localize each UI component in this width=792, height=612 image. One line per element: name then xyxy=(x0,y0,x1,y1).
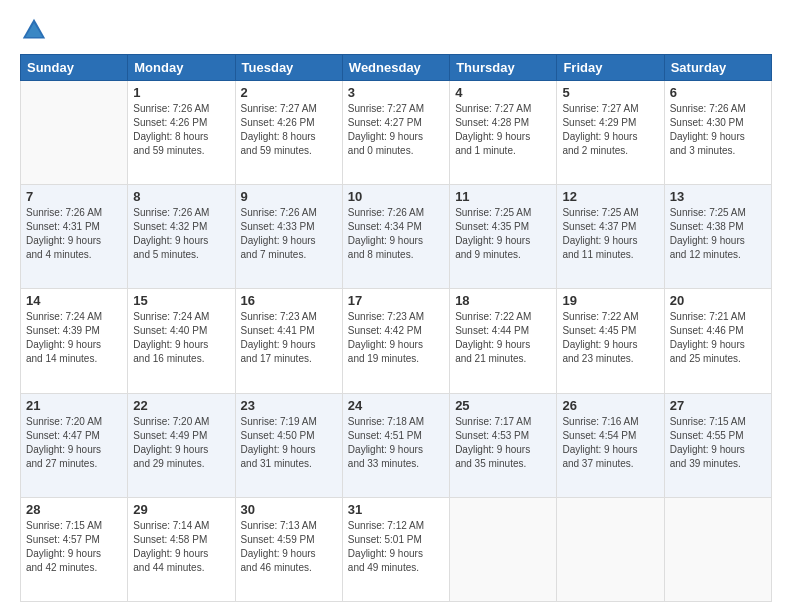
calendar-day-cell: 14Sunrise: 7:24 AMSunset: 4:39 PMDayligh… xyxy=(21,289,128,393)
day-number: 6 xyxy=(670,85,766,100)
calendar-day-cell: 18Sunrise: 7:22 AMSunset: 4:44 PMDayligh… xyxy=(450,289,557,393)
day-number: 24 xyxy=(348,398,444,413)
calendar-day-cell: 30Sunrise: 7:13 AMSunset: 4:59 PMDayligh… xyxy=(235,497,342,601)
day-info: Sunrise: 7:21 AMSunset: 4:46 PMDaylight:… xyxy=(670,310,766,366)
calendar-day-cell: 31Sunrise: 7:12 AMSunset: 5:01 PMDayligh… xyxy=(342,497,449,601)
calendar-day-cell: 26Sunrise: 7:16 AMSunset: 4:54 PMDayligh… xyxy=(557,393,664,497)
day-info: Sunrise: 7:26 AMSunset: 4:26 PMDaylight:… xyxy=(133,102,229,158)
day-number: 12 xyxy=(562,189,658,204)
day-info: Sunrise: 7:22 AMSunset: 4:44 PMDaylight:… xyxy=(455,310,551,366)
calendar-day-cell: 9Sunrise: 7:26 AMSunset: 4:33 PMDaylight… xyxy=(235,185,342,289)
day-info: Sunrise: 7:23 AMSunset: 4:41 PMDaylight:… xyxy=(241,310,337,366)
weekday-header-tuesday: Tuesday xyxy=(235,55,342,81)
day-info: Sunrise: 7:12 AMSunset: 5:01 PMDaylight:… xyxy=(348,519,444,575)
day-number: 30 xyxy=(241,502,337,517)
weekday-header-saturday: Saturday xyxy=(664,55,771,81)
day-info: Sunrise: 7:17 AMSunset: 4:53 PMDaylight:… xyxy=(455,415,551,471)
day-number: 9 xyxy=(241,189,337,204)
header xyxy=(20,16,772,44)
calendar-day-cell: 5Sunrise: 7:27 AMSunset: 4:29 PMDaylight… xyxy=(557,81,664,185)
calendar-day-cell: 10Sunrise: 7:26 AMSunset: 4:34 PMDayligh… xyxy=(342,185,449,289)
day-number: 2 xyxy=(241,85,337,100)
weekday-header-row: SundayMondayTuesdayWednesdayThursdayFrid… xyxy=(21,55,772,81)
day-number: 20 xyxy=(670,293,766,308)
logo xyxy=(20,16,52,44)
day-number: 19 xyxy=(562,293,658,308)
day-number: 4 xyxy=(455,85,551,100)
calendar-day-cell: 11Sunrise: 7:25 AMSunset: 4:35 PMDayligh… xyxy=(450,185,557,289)
day-info: Sunrise: 7:27 AMSunset: 4:28 PMDaylight:… xyxy=(455,102,551,158)
day-info: Sunrise: 7:14 AMSunset: 4:58 PMDaylight:… xyxy=(133,519,229,575)
calendar-week-row: 7Sunrise: 7:26 AMSunset: 4:31 PMDaylight… xyxy=(21,185,772,289)
day-number: 25 xyxy=(455,398,551,413)
calendar-week-row: 21Sunrise: 7:20 AMSunset: 4:47 PMDayligh… xyxy=(21,393,772,497)
calendar-day-cell: 29Sunrise: 7:14 AMSunset: 4:58 PMDayligh… xyxy=(128,497,235,601)
day-info: Sunrise: 7:26 AMSunset: 4:33 PMDaylight:… xyxy=(241,206,337,262)
day-number: 21 xyxy=(26,398,122,413)
calendar-day-cell: 21Sunrise: 7:20 AMSunset: 4:47 PMDayligh… xyxy=(21,393,128,497)
day-number: 11 xyxy=(455,189,551,204)
day-info: Sunrise: 7:18 AMSunset: 4:51 PMDaylight:… xyxy=(348,415,444,471)
weekday-header-sunday: Sunday xyxy=(21,55,128,81)
calendar-day-cell: 24Sunrise: 7:18 AMSunset: 4:51 PMDayligh… xyxy=(342,393,449,497)
calendar-day-cell: 15Sunrise: 7:24 AMSunset: 4:40 PMDayligh… xyxy=(128,289,235,393)
calendar-day-cell: 19Sunrise: 7:22 AMSunset: 4:45 PMDayligh… xyxy=(557,289,664,393)
calendar-day-cell: 17Sunrise: 7:23 AMSunset: 4:42 PMDayligh… xyxy=(342,289,449,393)
day-info: Sunrise: 7:20 AMSunset: 4:47 PMDaylight:… xyxy=(26,415,122,471)
calendar-day-cell: 27Sunrise: 7:15 AMSunset: 4:55 PMDayligh… xyxy=(664,393,771,497)
day-info: Sunrise: 7:19 AMSunset: 4:50 PMDaylight:… xyxy=(241,415,337,471)
day-number: 7 xyxy=(26,189,122,204)
calendar-day-cell: 28Sunrise: 7:15 AMSunset: 4:57 PMDayligh… xyxy=(21,497,128,601)
day-number: 14 xyxy=(26,293,122,308)
day-number: 1 xyxy=(133,85,229,100)
day-number: 28 xyxy=(26,502,122,517)
weekday-header-monday: Monday xyxy=(128,55,235,81)
day-info: Sunrise: 7:26 AMSunset: 4:32 PMDaylight:… xyxy=(133,206,229,262)
calendar-week-row: 14Sunrise: 7:24 AMSunset: 4:39 PMDayligh… xyxy=(21,289,772,393)
weekday-header-thursday: Thursday xyxy=(450,55,557,81)
day-info: Sunrise: 7:24 AMSunset: 4:40 PMDaylight:… xyxy=(133,310,229,366)
calendar-day-cell xyxy=(21,81,128,185)
calendar-week-row: 1Sunrise: 7:26 AMSunset: 4:26 PMDaylight… xyxy=(21,81,772,185)
calendar-day-cell: 25Sunrise: 7:17 AMSunset: 4:53 PMDayligh… xyxy=(450,393,557,497)
day-info: Sunrise: 7:22 AMSunset: 4:45 PMDaylight:… xyxy=(562,310,658,366)
day-info: Sunrise: 7:26 AMSunset: 4:34 PMDaylight:… xyxy=(348,206,444,262)
day-info: Sunrise: 7:25 AMSunset: 4:35 PMDaylight:… xyxy=(455,206,551,262)
day-number: 17 xyxy=(348,293,444,308)
day-info: Sunrise: 7:25 AMSunset: 4:37 PMDaylight:… xyxy=(562,206,658,262)
day-number: 10 xyxy=(348,189,444,204)
day-number: 16 xyxy=(241,293,337,308)
logo-icon xyxy=(20,16,48,44)
day-info: Sunrise: 7:15 AMSunset: 4:55 PMDaylight:… xyxy=(670,415,766,471)
day-number: 18 xyxy=(455,293,551,308)
day-info: Sunrise: 7:16 AMSunset: 4:54 PMDaylight:… xyxy=(562,415,658,471)
calendar-day-cell: 4Sunrise: 7:27 AMSunset: 4:28 PMDaylight… xyxy=(450,81,557,185)
day-info: Sunrise: 7:25 AMSunset: 4:38 PMDaylight:… xyxy=(670,206,766,262)
calendar-week-row: 28Sunrise: 7:15 AMSunset: 4:57 PMDayligh… xyxy=(21,497,772,601)
weekday-header-friday: Friday xyxy=(557,55,664,81)
day-number: 27 xyxy=(670,398,766,413)
day-info: Sunrise: 7:27 AMSunset: 4:29 PMDaylight:… xyxy=(562,102,658,158)
day-info: Sunrise: 7:24 AMSunset: 4:39 PMDaylight:… xyxy=(26,310,122,366)
day-number: 29 xyxy=(133,502,229,517)
calendar-day-cell: 16Sunrise: 7:23 AMSunset: 4:41 PMDayligh… xyxy=(235,289,342,393)
calendar-day-cell: 3Sunrise: 7:27 AMSunset: 4:27 PMDaylight… xyxy=(342,81,449,185)
day-info: Sunrise: 7:27 AMSunset: 4:27 PMDaylight:… xyxy=(348,102,444,158)
day-info: Sunrise: 7:26 AMSunset: 4:31 PMDaylight:… xyxy=(26,206,122,262)
calendar-day-cell: 8Sunrise: 7:26 AMSunset: 4:32 PMDaylight… xyxy=(128,185,235,289)
page: SundayMondayTuesdayWednesdayThursdayFrid… xyxy=(0,0,792,612)
weekday-header-wednesday: Wednesday xyxy=(342,55,449,81)
day-info: Sunrise: 7:23 AMSunset: 4:42 PMDaylight:… xyxy=(348,310,444,366)
day-number: 13 xyxy=(670,189,766,204)
calendar-day-cell: 7Sunrise: 7:26 AMSunset: 4:31 PMDaylight… xyxy=(21,185,128,289)
day-info: Sunrise: 7:26 AMSunset: 4:30 PMDaylight:… xyxy=(670,102,766,158)
day-info: Sunrise: 7:27 AMSunset: 4:26 PMDaylight:… xyxy=(241,102,337,158)
day-number: 26 xyxy=(562,398,658,413)
day-number: 22 xyxy=(133,398,229,413)
calendar-day-cell xyxy=(664,497,771,601)
day-number: 8 xyxy=(133,189,229,204)
day-info: Sunrise: 7:20 AMSunset: 4:49 PMDaylight:… xyxy=(133,415,229,471)
day-number: 3 xyxy=(348,85,444,100)
day-info: Sunrise: 7:13 AMSunset: 4:59 PMDaylight:… xyxy=(241,519,337,575)
calendar-day-cell: 12Sunrise: 7:25 AMSunset: 4:37 PMDayligh… xyxy=(557,185,664,289)
